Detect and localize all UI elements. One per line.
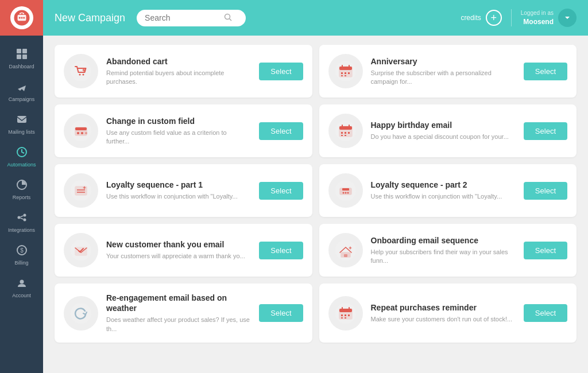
svg-rect-8 bbox=[22, 49, 27, 53]
card-desc-loyalty-2: Use this workflow in conjunction with "L… bbox=[371, 192, 516, 201]
card-icon-reengagement-weather bbox=[64, 296, 98, 331]
svg-rect-52 bbox=[345, 135, 346, 136]
campaign-card-anniversary: Anniversary Surprise the subscriber with… bbox=[319, 45, 577, 98]
svg-rect-7 bbox=[17, 49, 21, 53]
card-icon-loyalty-1 bbox=[64, 173, 98, 208]
dashboard-icon bbox=[16, 48, 28, 61]
svg-text:$: $ bbox=[20, 247, 24, 254]
select-button-anniversary[interactable]: Select bbox=[524, 63, 567, 80]
search-icon bbox=[224, 13, 232, 23]
svg-rect-49 bbox=[345, 132, 346, 134]
mailing-label: Mailing lists bbox=[8, 129, 35, 135]
sidebar-item-mailing-lists[interactable]: Mailing lists bbox=[0, 107, 43, 139]
campaign-card-happy-birthday: Happy birthday email Do you have a speci… bbox=[319, 104, 577, 157]
automations-icon bbox=[16, 146, 28, 160]
svg-rect-39 bbox=[75, 127, 87, 130]
card-title-onboarding: Onboarding email sequence bbox=[371, 235, 516, 246]
svg-rect-67 bbox=[344, 254, 347, 257]
card-info-reengagement-weather: Re-engagement email based on weather Doe… bbox=[106, 293, 251, 333]
card-icon-happy-birthday bbox=[328, 114, 363, 148]
card-desc-repeat-purchases: Make sure your customers don't run out o… bbox=[371, 315, 516, 324]
svg-rect-50 bbox=[348, 132, 350, 134]
main-area: New Campaign credits + Logged in as Moos… bbox=[43, 0, 588, 373]
card-title-anniversary: Anniversary bbox=[371, 56, 516, 67]
campaign-card-loyalty-1: Loyalty sequence - part 1 Use this workf… bbox=[55, 164, 312, 217]
page-title: New Campaign bbox=[55, 12, 125, 24]
card-desc-happy-birthday: Do you have a special discount coupon fo… bbox=[371, 133, 516, 141]
dashboard-label: Dashboard bbox=[9, 64, 34, 69]
search-box bbox=[137, 10, 246, 26]
svg-point-41 bbox=[81, 132, 83, 134]
logged-in-as-label: Logged in as bbox=[521, 9, 554, 17]
add-credits-button[interactable]: + bbox=[486, 10, 502, 26]
card-info-loyalty-2: Loyalty sequence - part 2 Use this workf… bbox=[371, 180, 516, 201]
card-desc-abandoned-cart: Remind potential buyers about incomplete… bbox=[106, 69, 251, 87]
svg-rect-68 bbox=[71, 303, 91, 324]
select-button-onboarding[interactable]: Select bbox=[524, 242, 567, 259]
svg-point-42 bbox=[85, 132, 87, 134]
svg-point-26 bbox=[83, 74, 84, 76]
card-info-loyalty-1: Loyalty sequence - part 1 Use this workf… bbox=[106, 180, 251, 201]
sidebar-item-dashboard[interactable]: Dashboard bbox=[0, 41, 43, 74]
svg-rect-78 bbox=[345, 317, 346, 318]
card-title-repeat-purchases: Repeat purchases reminder bbox=[371, 302, 516, 313]
card-icon-onboarding bbox=[328, 233, 363, 267]
select-button-new-customer-thank-you[interactable]: Select bbox=[259, 242, 303, 259]
select-button-repeat-purchases[interactable]: Select bbox=[524, 304, 567, 322]
card-icon-repeat-purchases bbox=[328, 296, 363, 331]
select-button-change-custom-field[interactable]: Select bbox=[259, 122, 303, 140]
sidebar-item-account[interactable]: Account bbox=[0, 270, 43, 303]
card-info-repeat-purchases: Repeat purchases reminder Make sure your… bbox=[371, 302, 516, 324]
sidebar: Dashboard Campaigns Mailing lists Automa… bbox=[0, 0, 43, 373]
svg-rect-45 bbox=[339, 126, 352, 130]
select-button-abandoned-cart[interactable]: Select bbox=[259, 63, 303, 80]
nav-items-list: Dashboard Campaigns Mailing lists Automa… bbox=[0, 36, 43, 373]
card-icon-new-customer-thank-you bbox=[64, 233, 98, 267]
select-button-happy-birthday[interactable]: Select bbox=[524, 122, 567, 140]
card-icon-abandoned-cart bbox=[64, 54, 98, 88]
user-menu-button[interactable] bbox=[558, 9, 577, 27]
campaigns-grid: Abandoned cart Remind potential buyers a… bbox=[55, 45, 577, 343]
sidebar-item-integrations[interactable]: Integrations bbox=[0, 205, 43, 238]
integrations-label: Integrations bbox=[8, 227, 35, 233]
card-desc-anniversary: Surprise the subscriber with a personali… bbox=[371, 69, 516, 87]
select-button-loyalty-2[interactable]: Select bbox=[524, 182, 567, 200]
credits-label: credits bbox=[461, 14, 481, 22]
card-icon-loyalty-2 bbox=[328, 173, 363, 208]
topbar-divider bbox=[511, 9, 512, 26]
svg-line-17 bbox=[20, 216, 23, 217]
campaign-card-change-custom-field: Change in custom field Use any custom fi… bbox=[55, 104, 312, 157]
content-area: Abandoned cart Remind potential buyers a… bbox=[43, 36, 588, 373]
account-label: Account bbox=[12, 293, 31, 298]
card-desc-change-custom-field: Use any custom field value as a criterio… bbox=[106, 129, 251, 146]
svg-point-61 bbox=[345, 192, 346, 194]
billing-icon: $ bbox=[16, 244, 28, 258]
sidebar-item-automations[interactable]: Automations bbox=[0, 139, 43, 172]
svg-line-23 bbox=[230, 18, 232, 21]
logo-icon bbox=[10, 6, 33, 29]
sidebar-item-reports[interactable]: Reports bbox=[0, 172, 43, 205]
svg-point-25 bbox=[79, 74, 81, 76]
card-desc-new-customer-thank-you: Your customers will appreciate a warm th… bbox=[106, 252, 251, 261]
select-button-loyalty-1[interactable]: Select bbox=[259, 182, 303, 200]
sidebar-item-billing[interactable]: $ Billing bbox=[0, 238, 43, 270]
chevron-down-icon bbox=[564, 14, 571, 21]
card-title-abandoned-cart: Abandoned cart bbox=[106, 56, 251, 67]
sidebar-item-campaigns[interactable]: Campaigns bbox=[0, 74, 43, 107]
svg-rect-59 bbox=[342, 188, 349, 191]
svg-rect-9 bbox=[17, 55, 21, 59]
card-icon-anniversary bbox=[328, 54, 363, 88]
svg-rect-76 bbox=[348, 314, 350, 316]
svg-rect-11 bbox=[17, 116, 26, 123]
select-button-reengagement-weather[interactable]: Select bbox=[259, 304, 303, 322]
campaigns-label: Campaigns bbox=[9, 96, 35, 102]
logo-area bbox=[0, 0, 43, 36]
logo-svg bbox=[13, 9, 30, 26]
campaign-card-repeat-purchases: Repeat purchases reminder Make sure your… bbox=[319, 283, 577, 343]
credits-area: credits + bbox=[461, 10, 501, 26]
svg-rect-35 bbox=[341, 75, 343, 76]
svg-rect-29 bbox=[339, 67, 352, 70]
search-input[interactable] bbox=[145, 13, 219, 22]
card-info-onboarding: Onboarding email sequence Help your subs… bbox=[371, 235, 516, 266]
svg-line-18 bbox=[20, 218, 23, 219]
